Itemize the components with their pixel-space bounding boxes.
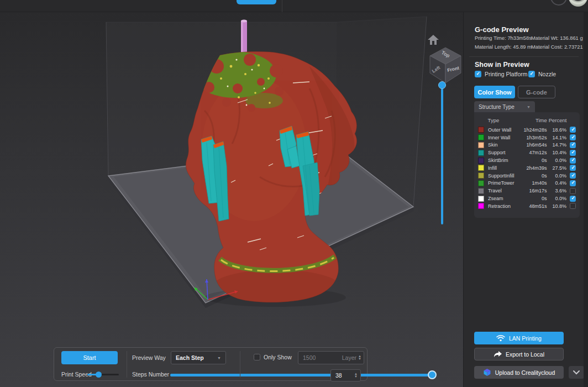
structure-type-label: Structure Type xyxy=(479,104,514,110)
type-color-swatch xyxy=(478,165,484,171)
stat-material-length: Material Length: 45.89 m xyxy=(475,44,532,50)
print-speed-thumb[interactable] xyxy=(96,372,102,378)
nozzle-checkbox[interactable] xyxy=(528,71,535,77)
type-color-swatch xyxy=(478,134,484,140)
only-show-label: Only Show xyxy=(264,354,292,360)
type-visibility-checkbox[interactable] xyxy=(570,196,576,202)
chevron-down-icon xyxy=(573,370,580,375)
table-row: PrimeTower 1m40s 0.4% xyxy=(478,180,576,187)
layer-suffix: Layer xyxy=(342,354,356,361)
top-toolbar xyxy=(0,0,588,12)
table-row: Outer Wall 1h24m28s 18.6% xyxy=(478,126,576,134)
chevron-down-icon: ▼ xyxy=(527,105,531,109)
preview-toolbar: Start Print Speed Preview Way Each Step … xyxy=(54,347,368,381)
print-speed-slider[interactable] xyxy=(87,374,119,375)
printing-platform-checkbox[interactable] xyxy=(475,71,481,77)
start-button[interactable]: Start xyxy=(61,351,118,364)
scene-render xyxy=(0,12,463,387)
active-tool-button[interactable] xyxy=(237,0,276,4)
stepper-arrows[interactable]: ▲▼ xyxy=(358,355,361,360)
panel-divider xyxy=(469,56,579,57)
only-show-option[interactable]: Only Show xyxy=(254,354,292,360)
printing-platform-option[interactable]: Printing Platform xyxy=(475,71,528,77)
right-edge-strip xyxy=(584,0,588,387)
type-color-swatch xyxy=(478,158,484,164)
crealitycloud-logo-icon xyxy=(483,368,491,376)
structure-type-table: Type Time Percent Outer Wall 1h24m28s 18… xyxy=(474,112,580,218)
type-color-swatch xyxy=(478,196,484,202)
chevron-down-icon: ▼ xyxy=(217,356,221,360)
steps-number-slider[interactable] xyxy=(170,374,324,376)
stat-printing-time: Printing Time: 7h33m58s xyxy=(475,35,532,41)
steps-number-thumb[interactable] xyxy=(428,370,437,379)
table-row: Travel 16m17s 3.6% xyxy=(478,187,576,195)
type-visibility-checkbox[interactable] xyxy=(570,134,576,140)
user-avatar[interactable] xyxy=(569,0,587,7)
notification-ring[interactable] xyxy=(550,0,567,6)
type-color-swatch xyxy=(478,188,484,194)
layer-number-input[interactable]: 1500 Layer ▲▼ xyxy=(298,351,364,364)
toolbar-divider xyxy=(282,0,282,12)
wifi-icon xyxy=(496,334,505,342)
table-row: Inner Wall 1h3m52s 14.1% xyxy=(478,134,576,142)
type-visibility-checkbox[interactable] xyxy=(570,127,576,133)
type-visibility-checkbox[interactable] xyxy=(570,158,576,164)
table-row: Zseam 0s 0.0% xyxy=(478,195,576,202)
show-in-preview-title: Show in Preview xyxy=(475,61,529,69)
table-row: Support 47m12s 10.4% xyxy=(478,149,576,156)
table-header: Type Time Percent xyxy=(478,116,576,124)
panel-title: G-code Preview xyxy=(475,25,529,34)
printing-platform-label: Printing Platform xyxy=(485,71,528,77)
preview-way-label: Preview Way xyxy=(132,354,166,361)
type-visibility-checkbox[interactable] xyxy=(570,142,576,148)
type-visibility-checkbox[interactable] xyxy=(570,180,576,186)
type-color-swatch xyxy=(478,142,484,148)
table-row: Skin 1h6m54s 14.7% xyxy=(478,142,576,149)
table-row: Retraction 48m51s 10.8% xyxy=(478,202,576,210)
structure-type-dropdown[interactable]: Structure Type ▼ xyxy=(474,101,535,112)
export-to-local-button[interactable]: Export to Local xyxy=(474,348,564,360)
steps-number-fill xyxy=(170,374,431,376)
type-visibility-checkbox[interactable] xyxy=(570,203,576,209)
nozzle-option[interactable]: Nozzle xyxy=(528,71,556,77)
table-row: SkirtBrim 0s 0.0% xyxy=(478,156,576,164)
preview-way-select[interactable]: Each Step ▼ xyxy=(171,351,226,364)
only-show-checkbox[interactable] xyxy=(254,354,260,360)
type-color-swatch xyxy=(478,180,484,186)
more-actions-button[interactable] xyxy=(569,366,584,379)
type-color-swatch xyxy=(478,172,484,179)
type-visibility-checkbox[interactable] xyxy=(570,165,576,171)
toolbar-divider xyxy=(127,351,127,378)
type-visibility-checkbox[interactable] xyxy=(570,172,576,179)
steps-number-label: Steps Number xyxy=(132,371,169,378)
layer-range-slider[interactable] xyxy=(438,80,447,228)
type-visibility-checkbox[interactable] xyxy=(570,150,576,156)
home-icon xyxy=(427,34,439,45)
steps-number-input[interactable]: 38 ▲▼ xyxy=(330,369,361,381)
nozzle-label: Nozzle xyxy=(538,71,556,77)
gcode-button[interactable]: G-code xyxy=(518,86,555,98)
stepper-arrows[interactable]: ▲▼ xyxy=(354,373,358,378)
layer-slider-track[interactable] xyxy=(441,88,443,224)
upload-to-crealitycloud-button[interactable]: Upload to Crealitycloud xyxy=(474,366,564,379)
stat-material-cost: Material Cost: 2.73721 xyxy=(531,44,583,50)
export-arrow-icon xyxy=(494,351,502,358)
table-row: Infill 2h4m39s 27.5% xyxy=(478,164,576,172)
type-color-swatch xyxy=(478,150,484,156)
home-view-button[interactable] xyxy=(427,34,439,45)
type-color-swatch xyxy=(478,127,484,133)
table-row: SupportInfill 0s 0.0% xyxy=(478,172,576,180)
toolbar-divider xyxy=(240,351,240,378)
viewport-3d[interactable]: Top Left Front xyxy=(0,12,463,387)
type-color-swatch xyxy=(478,203,484,209)
color-show-button[interactable]: Color Show xyxy=(474,86,515,98)
type-visibility-checkbox[interactable] xyxy=(570,188,576,194)
gcode-preview-panel: G-code Preview Printing Time: 7h33m58s M… xyxy=(463,12,584,387)
lan-printing-button[interactable]: LAN Printing xyxy=(474,332,564,344)
layer-slider-thumb[interactable] xyxy=(438,81,446,89)
stat-material-weight: Material Wt: 136.861 g xyxy=(531,35,583,41)
